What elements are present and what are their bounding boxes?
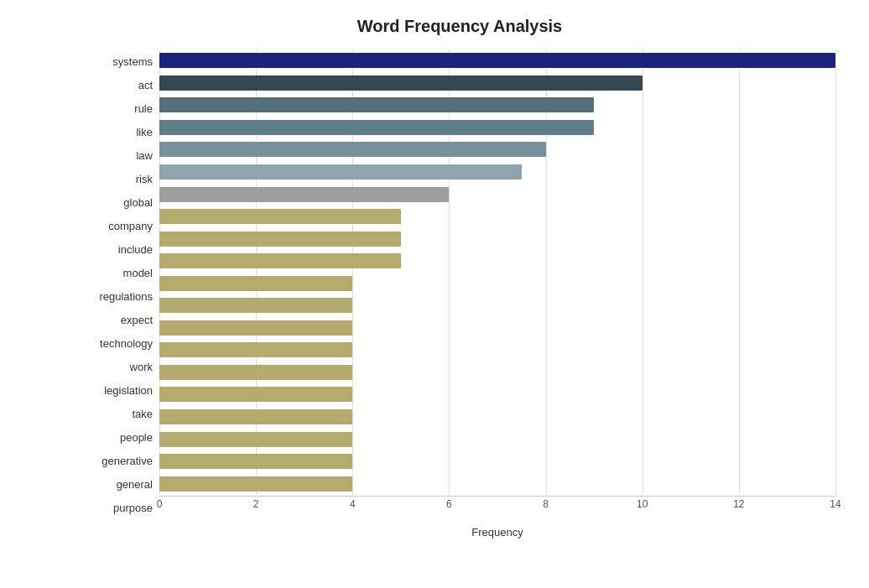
y-label-act: act xyxy=(138,85,153,86)
bar-row xyxy=(159,319,835,337)
bar-generative xyxy=(159,432,352,447)
bar-row xyxy=(159,140,835,159)
bar-row xyxy=(159,252,835,270)
y-label-purpose: purpose xyxy=(113,507,153,508)
y-label-regulations: regulations xyxy=(99,296,153,297)
bar-technology xyxy=(159,320,352,336)
bar-global xyxy=(159,187,449,202)
bar-company xyxy=(159,209,401,224)
y-label-model: model xyxy=(123,273,153,273)
y-label-company: company xyxy=(108,226,153,226)
y-label-technology: technology xyxy=(100,343,153,344)
bar-general xyxy=(159,454,352,469)
y-label-like: like xyxy=(136,132,153,133)
bar-row xyxy=(159,296,835,315)
y-label-generative: generative xyxy=(101,461,153,461)
bars-wrapper xyxy=(159,49,835,520)
bar-row xyxy=(159,341,835,359)
bar-purpose xyxy=(159,476,352,492)
y-label-risk: risk xyxy=(136,179,153,180)
bar-legislation xyxy=(159,365,352,380)
bar-row xyxy=(159,118,835,137)
bar-row xyxy=(159,230,835,248)
bar-row xyxy=(159,408,835,426)
chart-title: Word Frequency Analysis xyxy=(84,17,835,36)
bar-row xyxy=(159,430,835,449)
chart-container: Word Frequency Analysis systemsactruleli… xyxy=(0,0,869,588)
y-label-law: law xyxy=(136,155,153,156)
chart-area: systemsactrulelikelawriskglobalcompanyin… xyxy=(84,49,835,520)
bar-systems xyxy=(159,53,835,68)
bar-row xyxy=(159,475,835,493)
y-label-legislation: legislation xyxy=(104,390,153,391)
bar-regulations xyxy=(159,276,352,291)
bar-law xyxy=(159,142,546,157)
bar-like xyxy=(159,120,594,135)
bar-row xyxy=(159,96,835,114)
bar-model xyxy=(159,253,401,268)
bar-row xyxy=(159,207,835,226)
bar-row xyxy=(159,363,835,382)
bar-row xyxy=(159,385,835,403)
bar-row xyxy=(159,274,835,293)
bars-and-grid: Frequency 02468101214 xyxy=(159,49,835,520)
y-label-work: work xyxy=(130,367,153,367)
bar-risk xyxy=(159,164,522,180)
bar-people xyxy=(159,409,352,424)
bar-act xyxy=(159,75,643,91)
bar-expect xyxy=(159,298,352,313)
bar-include xyxy=(159,232,401,247)
y-axis-labels: systemsactrulelikelawriskglobalcompanyin… xyxy=(84,49,159,520)
x-axis-label: Frequency xyxy=(159,526,835,539)
y-label-global: global xyxy=(123,202,153,203)
bar-take xyxy=(159,387,352,402)
bar-rule xyxy=(159,97,594,112)
y-label-rule: rule xyxy=(134,108,153,109)
y-label-systems: systems xyxy=(112,61,153,62)
bar-row xyxy=(159,163,835,181)
y-label-take: take xyxy=(132,414,153,414)
y-label-people: people xyxy=(120,437,153,438)
y-label-expect: expect xyxy=(121,320,153,320)
grid-line xyxy=(835,49,836,495)
y-label-include: include xyxy=(118,249,153,250)
bar-row xyxy=(159,51,835,70)
bar-row xyxy=(159,452,835,471)
bar-row xyxy=(159,74,835,92)
bar-work xyxy=(159,342,352,357)
bar-row xyxy=(159,185,835,204)
y-label-general: general xyxy=(117,484,153,485)
